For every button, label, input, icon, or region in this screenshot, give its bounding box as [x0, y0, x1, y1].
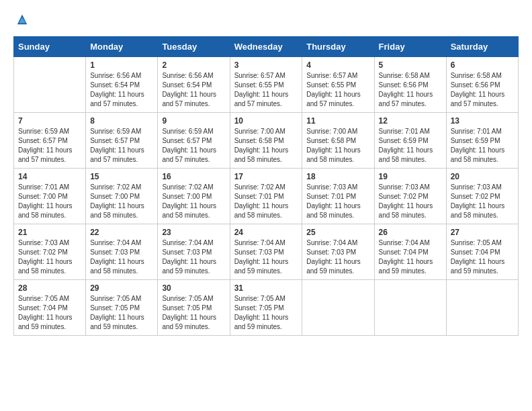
- calendar-cell: 22Sunrise: 7:04 AMSunset: 7:03 PMDayligh…: [86, 224, 158, 280]
- calendar-cell: 19Sunrise: 7:03 AMSunset: 7:02 PMDayligh…: [374, 169, 446, 224]
- day-info: Sunrise: 7:05 AMSunset: 7:05 PMDaylight:…: [90, 294, 153, 332]
- calendar-week-row: 21Sunrise: 7:03 AMSunset: 7:02 PMDayligh…: [14, 224, 519, 280]
- calendar-week-row: 1Sunrise: 6:56 AMSunset: 6:54 PMDaylight…: [14, 57, 519, 113]
- day-header-friday: Friday: [374, 37, 446, 57]
- day-number: 4: [306, 60, 369, 70]
- day-number: 18: [306, 172, 369, 181]
- calendar-cell: 23Sunrise: 7:04 AMSunset: 7:03 PMDayligh…: [158, 224, 230, 280]
- day-number: 20: [451, 172, 514, 181]
- calendar-cell: 18Sunrise: 7:03 AMSunset: 7:01 PMDayligh…: [302, 169, 374, 224]
- calendar-cell: 20Sunrise: 7:03 AMSunset: 7:02 PMDayligh…: [446, 169, 518, 224]
- calendar-cell: 10Sunrise: 7:00 AMSunset: 6:58 PMDayligh…: [230, 113, 302, 169]
- day-number: 8: [90, 116, 153, 126]
- day-info: Sunrise: 7:05 AMSunset: 7:04 PMDaylight:…: [451, 238, 514, 276]
- day-info: Sunrise: 7:03 AMSunset: 7:02 PMDaylight:…: [379, 183, 442, 220]
- calendar-cell: 6Sunrise: 6:58 AMSunset: 6:56 PMDaylight…: [446, 57, 518, 113]
- calendar-cell: 8Sunrise: 6:59 AMSunset: 6:57 PMDaylight…: [86, 113, 158, 169]
- day-number: 5: [379, 60, 442, 70]
- day-number: 28: [18, 283, 81, 293]
- day-info: Sunrise: 7:05 AMSunset: 7:05 PMDaylight:…: [162, 294, 225, 332]
- day-info: Sunrise: 7:04 AMSunset: 7:03 PMDaylight:…: [306, 238, 369, 276]
- day-number: 17: [234, 172, 298, 181]
- calendar-cell: 26Sunrise: 7:04 AMSunset: 7:04 PMDayligh…: [374, 224, 446, 280]
- calendar-cell: 11Sunrise: 7:00 AMSunset: 6:58 PMDayligh…: [302, 113, 374, 169]
- calendar-cell: 14Sunrise: 7:01 AMSunset: 7:00 PMDayligh…: [14, 169, 86, 224]
- day-number: 15: [90, 172, 153, 181]
- calendar-cell: 1Sunrise: 6:56 AMSunset: 6:54 PMDaylight…: [86, 57, 158, 113]
- day-info: Sunrise: 7:00 AMSunset: 6:58 PMDaylight:…: [306, 127, 369, 165]
- calendar-week-row: 28Sunrise: 7:05 AMSunset: 7:04 PMDayligh…: [14, 280, 519, 336]
- day-number: 13: [451, 116, 514, 126]
- logo-icon: [16, 13, 28, 26]
- day-number: 3: [234, 60, 298, 70]
- day-number: 27: [451, 228, 514, 237]
- day-info: Sunrise: 7:02 AMSunset: 7:00 PMDaylight:…: [162, 183, 225, 220]
- calendar-cell: 13Sunrise: 7:01 AMSunset: 6:59 PMDayligh…: [446, 113, 518, 169]
- day-header-saturday: Saturday: [446, 37, 518, 57]
- day-info: Sunrise: 7:02 AMSunset: 7:01 PMDaylight:…: [234, 183, 298, 220]
- day-info: Sunrise: 6:56 AMSunset: 6:54 PMDaylight:…: [90, 71, 153, 109]
- day-number: 12: [379, 116, 442, 126]
- day-number: 26: [379, 228, 442, 237]
- calendar-cell: [14, 57, 86, 113]
- day-header-wednesday: Wednesday: [230, 37, 302, 57]
- day-info: Sunrise: 7:02 AMSunset: 7:00 PMDaylight:…: [90, 183, 153, 220]
- day-info: Sunrise: 6:58 AMSunset: 6:56 PMDaylight:…: [379, 71, 442, 109]
- calendar-cell: 2Sunrise: 6:56 AMSunset: 6:54 PMDaylight…: [158, 57, 230, 113]
- calendar-cell: 4Sunrise: 6:57 AMSunset: 6:55 PMDaylight…: [302, 57, 374, 113]
- day-info: Sunrise: 6:59 AMSunset: 6:57 PMDaylight:…: [90, 127, 153, 165]
- logo: [13, 13, 28, 26]
- day-number: 19: [379, 172, 442, 181]
- day-info: Sunrise: 7:04 AMSunset: 7:03 PMDaylight:…: [234, 238, 298, 276]
- calendar-cell: [302, 280, 374, 336]
- day-info: Sunrise: 6:57 AMSunset: 6:55 PMDaylight:…: [234, 71, 298, 109]
- calendar-cell: 3Sunrise: 6:57 AMSunset: 6:55 PMDaylight…: [230, 57, 302, 113]
- calendar-cell: 31Sunrise: 7:05 AMSunset: 7:05 PMDayligh…: [230, 280, 302, 336]
- calendar-cell: 27Sunrise: 7:05 AMSunset: 7:04 PMDayligh…: [446, 224, 518, 280]
- calendar-cell: 9Sunrise: 6:59 AMSunset: 6:57 PMDaylight…: [158, 113, 230, 169]
- day-number: 30: [162, 283, 225, 293]
- day-header-monday: Monday: [86, 37, 158, 57]
- day-number: 1: [90, 60, 153, 70]
- calendar-cell: 25Sunrise: 7:04 AMSunset: 7:03 PMDayligh…: [302, 224, 374, 280]
- calendar-cell: [446, 280, 518, 336]
- day-info: Sunrise: 7:04 AMSunset: 7:03 PMDaylight:…: [162, 238, 225, 276]
- calendar-cell: 17Sunrise: 7:02 AMSunset: 7:01 PMDayligh…: [230, 169, 302, 224]
- day-info: Sunrise: 7:01 AMSunset: 6:59 PMDaylight:…: [379, 127, 442, 165]
- day-number: 11: [306, 116, 369, 126]
- day-info: Sunrise: 7:03 AMSunset: 7:01 PMDaylight:…: [306, 183, 369, 220]
- day-number: 22: [90, 228, 153, 237]
- day-number: 25: [306, 228, 369, 237]
- calendar-header-row: SundayMondayTuesdayWednesdayThursdayFrid…: [14, 37, 519, 57]
- day-header-thursday: Thursday: [302, 37, 374, 57]
- day-info: Sunrise: 7:05 AMSunset: 7:04 PMDaylight:…: [18, 294, 81, 332]
- day-info: Sunrise: 7:04 AMSunset: 7:04 PMDaylight:…: [379, 238, 442, 276]
- calendar-cell: 5Sunrise: 6:58 AMSunset: 6:56 PMDaylight…: [374, 57, 446, 113]
- day-number: 21: [18, 228, 81, 237]
- calendar-week-row: 14Sunrise: 7:01 AMSunset: 7:00 PMDayligh…: [14, 169, 519, 224]
- day-number: 14: [18, 172, 81, 181]
- day-number: 16: [162, 172, 225, 181]
- day-info: Sunrise: 6:56 AMSunset: 6:54 PMDaylight:…: [162, 71, 225, 109]
- day-info: Sunrise: 7:04 AMSunset: 7:03 PMDaylight:…: [90, 238, 153, 276]
- calendar-cell: 28Sunrise: 7:05 AMSunset: 7:04 PMDayligh…: [14, 280, 86, 336]
- calendar-cell: 15Sunrise: 7:02 AMSunset: 7:00 PMDayligh…: [86, 169, 158, 224]
- day-info: Sunrise: 7:03 AMSunset: 7:02 PMDaylight:…: [451, 183, 514, 220]
- day-info: Sunrise: 6:59 AMSunset: 6:57 PMDaylight:…: [162, 127, 225, 165]
- calendar-cell: 12Sunrise: 7:01 AMSunset: 6:59 PMDayligh…: [374, 113, 446, 169]
- calendar-cell: 24Sunrise: 7:04 AMSunset: 7:03 PMDayligh…: [230, 224, 302, 280]
- day-header-tuesday: Tuesday: [158, 37, 230, 57]
- calendar-cell: 29Sunrise: 7:05 AMSunset: 7:05 PMDayligh…: [86, 280, 158, 336]
- calendar-cell: 16Sunrise: 7:02 AMSunset: 7:00 PMDayligh…: [158, 169, 230, 224]
- day-info: Sunrise: 7:01 AMSunset: 6:59 PMDaylight:…: [451, 127, 514, 165]
- day-header-sunday: Sunday: [14, 37, 86, 57]
- day-number: 29: [90, 283, 153, 293]
- day-number: 7: [18, 116, 81, 126]
- day-info: Sunrise: 7:00 AMSunset: 6:58 PMDaylight:…: [234, 127, 298, 165]
- day-info: Sunrise: 7:01 AMSunset: 7:00 PMDaylight:…: [18, 183, 81, 220]
- day-info: Sunrise: 6:58 AMSunset: 6:56 PMDaylight:…: [451, 71, 514, 109]
- day-number: 2: [162, 60, 225, 70]
- day-info: Sunrise: 6:57 AMSunset: 6:55 PMDaylight:…: [306, 71, 369, 109]
- day-info: Sunrise: 7:03 AMSunset: 7:02 PMDaylight:…: [18, 238, 81, 276]
- calendar-cell: [374, 280, 446, 336]
